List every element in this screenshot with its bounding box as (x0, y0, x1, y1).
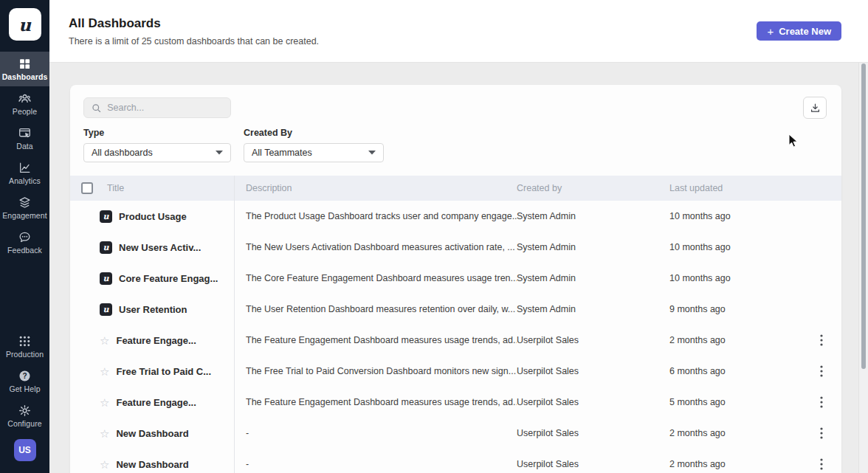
content-area: Type All dashboards Created By All Teamm… (49, 63, 868, 473)
help-icon: ? (18, 370, 31, 382)
sidebar-item-label: Dashboards (2, 72, 48, 81)
dashboards-icon (18, 58, 31, 70)
sidebar-nav: Dashboards People Data Analytics (0, 52, 49, 260)
table-row[interactable]: ☆ Feature Engage... The Feature Engageme… (70, 325, 841, 356)
row-description: - (234, 459, 517, 469)
search-box (83, 97, 231, 118)
star-icon[interactable]: ☆ (100, 397, 109, 408)
plus-icon: + (767, 26, 774, 37)
scrollbar-thumb[interactable] (861, 63, 866, 369)
row-created-by: System Admin (517, 304, 669, 314)
select-all-checkbox[interactable] (81, 182, 93, 194)
sidebar-item-configure[interactable]: Configure (0, 398, 49, 433)
search-input[interactable] (107, 103, 223, 113)
sidebar-item-get-help[interactable]: ? Get Help (0, 364, 49, 398)
row-menu-button[interactable] (813, 331, 830, 349)
type-filter-select[interactable]: All dashboards (83, 143, 231, 162)
row-title-cell: ☆ Feature Engage... (70, 397, 234, 408)
userpilot-logo[interactable]: u (9, 8, 41, 41)
table-header: Title Description Created by Last update… (70, 176, 841, 201)
user-avatar[interactable]: US (14, 439, 36, 461)
row-created-by: System Admin (517, 211, 669, 221)
table-row[interactable]: u Core Feature Engag... The Core Feature… (70, 263, 841, 294)
star-icon[interactable]: ☆ (100, 428, 109, 439)
row-menu-button[interactable] (813, 362, 830, 380)
column-header-last-updated: Last updated (669, 183, 801, 193)
row-menu-button[interactable] (813, 424, 830, 442)
export-button[interactable] (803, 97, 827, 119)
row-description: The Feature Engagement Dashboard measure… (234, 397, 517, 407)
row-title-cell: ☆ Free Trial to Paid C... (70, 366, 234, 377)
created-by-filter-label: Created By (244, 128, 384, 138)
scrollbar[interactable] (858, 63, 868, 473)
star-icon[interactable]: ☆ (100, 459, 109, 470)
sidebar-item-analytics[interactable]: Analytics (0, 156, 49, 190)
row-description: The Free Trial to Paid Conversion Dashbo… (234, 366, 517, 376)
sidebar-item-data[interactable]: Data (0, 121, 49, 156)
kebab-icon (820, 396, 823, 408)
card-toolbar (70, 97, 841, 118)
row-description: The Core Feature Engagement Dashboard me… (234, 273, 517, 283)
page-subtitle: There is a limit of 25 custom dashboards… (69, 36, 319, 46)
logo-letter: u (18, 15, 31, 35)
table-row[interactable]: ☆ Free Trial to Paid C... The Free Trial… (70, 356, 841, 387)
sidebar-item-feedback[interactable]: Feedback (0, 225, 49, 260)
sidebar: u Dashboards People Data (0, 0, 49, 473)
table-row[interactable]: ☆ New Dashboard - Userpilot Sales 2 mont… (70, 449, 841, 473)
userpilot-badge-icon: u (100, 210, 112, 223)
filters-row: Type All dashboards Created By All Teamm… (70, 128, 841, 162)
sidebar-item-dashboards[interactable]: Dashboards (0, 52, 49, 86)
row-title-cell: ☆ Feature Engage... (70, 335, 234, 346)
type-filter-label: Type (83, 128, 231, 138)
table-row[interactable]: u User Retention The User Retention Dash… (70, 294, 841, 325)
sidebar-item-engagement[interactable]: Engagement (0, 190, 49, 225)
column-divider (234, 176, 235, 473)
chevron-down-icon (216, 151, 223, 155)
row-title: New Dashboard (116, 459, 188, 470)
row-menu-button[interactable] (813, 393, 830, 411)
engagement-icon (18, 196, 31, 209)
created-by-filter-value: All Teammates (252, 148, 312, 158)
userpilot-badge-icon: u (100, 272, 112, 285)
analytics-icon (18, 162, 31, 174)
sidebar-item-label: Production (6, 350, 44, 359)
table-row[interactable]: u New Users Activ... The New Users Activ… (70, 232, 841, 263)
row-actions-cell (801, 362, 841, 380)
row-last-updated: 10 months ago (669, 242, 801, 252)
download-icon (810, 103, 821, 114)
page-title: All Dashboards (69, 16, 319, 31)
star-icon[interactable]: ☆ (100, 335, 109, 346)
row-menu-button[interactable] (813, 455, 830, 473)
table-row[interactable]: u Product Usage The Product Usage Dashbo… (70, 201, 841, 232)
create-new-button[interactable]: + Create New (757, 21, 841, 41)
sidebar-item-label: Analytics (9, 176, 41, 185)
table-row[interactable]: ☆ New Dashboard - Userpilot Sales 2 mont… (70, 418, 841, 449)
sidebar-item-label: Data (16, 142, 33, 151)
feedback-icon (18, 231, 31, 244)
filter-created-by: Created By All Teammates (244, 128, 384, 162)
table-wrap: Title Description Created by Last update… (70, 176, 841, 473)
sidebar-item-label: Get Help (9, 384, 40, 393)
row-title: Core Feature Engag... (119, 273, 218, 284)
app-root: u Dashboards People Data (0, 0, 868, 473)
main-area: All Dashboards There is a limit of 25 cu… (49, 0, 868, 473)
chevron-down-icon (368, 151, 376, 155)
sidebar-item-label: Feedback (7, 246, 42, 255)
row-last-updated: 9 months ago (669, 304, 801, 314)
sidebar-item-production[interactable]: Production (0, 329, 49, 364)
created-by-filter-select[interactable]: All Teammates (244, 143, 384, 162)
sidebar-item-label: People (13, 107, 37, 116)
row-title: New Users Activ... (119, 242, 201, 253)
sidebar-item-label: Configure (7, 419, 41, 428)
star-icon[interactable]: ☆ (100, 366, 109, 377)
row-created-by: Userpilot Sales (517, 335, 669, 345)
row-actions-cell (801, 455, 841, 473)
data-icon (18, 127, 31, 139)
row-last-updated: 6 months ago (669, 366, 801, 376)
sidebar-item-people[interactable]: People (0, 86, 49, 121)
row-title: Feature Engage... (116, 335, 196, 346)
row-last-updated: 2 months ago (669, 428, 801, 438)
dashboards-card: Type All dashboards Created By All Teamm… (70, 85, 841, 473)
row-created-by: Userpilot Sales (517, 397, 669, 407)
table-row[interactable]: ☆ Feature Engage... The Feature Engageme… (70, 387, 841, 418)
